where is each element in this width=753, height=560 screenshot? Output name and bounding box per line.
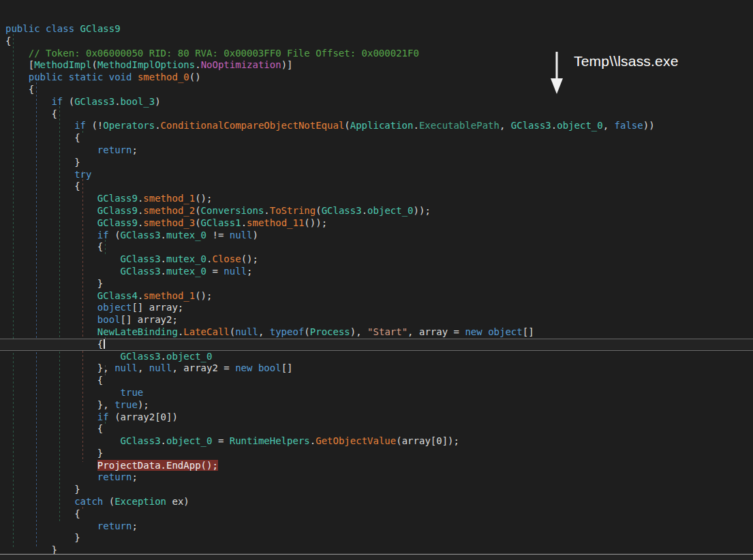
code-token[interactable] [252,362,258,373]
code-token[interactable]: null [224,266,247,277]
code-token[interactable]: . [161,351,166,362]
code-token[interactable]: = [206,266,224,277]
code-token[interactable]: NoOptimization [201,59,281,70]
code-token[interactable]: smethod_2 [143,205,195,216]
code-token[interactable]: ( [109,230,121,240]
code-token[interactable]: ExecutablePath [419,120,500,131]
code-line[interactable]: true [0,387,753,399]
code-token[interactable] [40,23,46,34]
code-token[interactable]: ; [247,266,252,277]
code-token[interactable]: . [310,435,316,446]
code-token[interactable]: Exception [114,496,166,507]
code-token[interactable]: (array[0]); [396,435,459,446]
code-line[interactable]: GClass9.smethod_2(Conversions.ToString(G… [0,205,753,217]
code-token[interactable] [103,72,108,82]
code-token[interactable]: } [5,278,103,289]
code-token[interactable]: ; [132,520,137,531]
code-token[interactable]: )); [414,205,431,216]
code-token[interactable]: } [5,484,80,495]
code-line[interactable]: { [0,375,753,387]
code-token[interactable]: new [235,362,252,373]
code-token[interactable]: smethod_1 [143,193,195,204]
code-token[interactable] [5,496,74,507]
code-token[interactable]: ( [316,205,321,216]
code-token[interactable]: ; [132,471,137,482]
code-token[interactable]: . [161,460,166,471]
code-line[interactable]: { [0,181,753,193]
code-token[interactable]: mutex_0 [166,266,206,277]
code-token[interactable]: . [241,217,247,228]
code-line[interactable]: { [0,241,753,253]
code-token[interactable]: true [114,399,138,410]
code-token[interactable]: catch [74,496,103,507]
code-token[interactable]: smethod_1 [143,290,195,301]
code-token[interactable]: static [69,72,104,82]
code-token[interactable]: return [97,471,132,482]
code-token[interactable]: GClass9 [97,205,138,216]
code-token[interactable]: MethodImplOptions [97,59,195,70]
code-token[interactable]: object [97,302,132,313]
code-token[interactable]: . [155,120,160,131]
code-line[interactable]: if (GClass3.bool_3) [0,96,753,108]
code-token[interactable]: mutex_0 [166,253,206,264]
code-token[interactable]: != [206,230,230,240]
code-token[interactable]: , [603,120,615,131]
code-token[interactable]: null [230,230,253,240]
code-line[interactable]: } [0,484,753,496]
code-line[interactable]: GClass9.smethod_3(GClass1.smethod_11()); [0,217,753,230]
code-token[interactable]: { [5,108,57,119]
code-token[interactable]: GClass3 [121,435,161,446]
code-token[interactable] [5,120,74,131]
code-line[interactable]: catch (Exception ex) [0,496,753,508]
code-token[interactable] [5,387,121,398]
code-line[interactable]: GClass3.object_0 [0,351,753,363]
code-line[interactable]: public class GClass9 [0,23,753,35]
code-token[interactable]: Conversions [201,205,264,216]
code-line[interactable]: GClass9.smethod_1(); [0,193,753,205]
code-token[interactable]: ( [195,217,200,228]
code-token[interactable]: } [5,532,80,543]
code-token[interactable]: null [149,362,172,373]
code-token[interactable]: } [5,448,103,458]
code-token[interactable]: GClass3 [121,253,161,264]
code-token[interactable]: } [5,157,80,168]
code-token[interactable]: ( [103,496,114,507]
code-token[interactable]: ProjectData [97,460,161,471]
code-token[interactable] [5,169,74,180]
code-line[interactable]: } [0,532,753,544]
code-token[interactable]: ; [132,144,137,155]
code-token[interactable]: () [189,72,201,82]
code-token[interactable]: smethod_0 [138,72,189,82]
code-token[interactable]: "Start" [367,326,408,337]
code-token[interactable] [63,72,68,82]
code-token[interactable]: object [488,326,523,337]
code-line[interactable]: return; [0,471,753,484]
code-token[interactable]: }, [5,362,114,373]
code-token[interactable]: if [51,96,63,107]
code-token[interactable]: object_0 [367,205,413,216]
code-token[interactable]: class [46,23,74,34]
code-token[interactable]: (! [86,120,103,131]
code-token[interactable]: object_0 [166,435,212,446]
code-token[interactable]: { [5,241,103,252]
code-token[interactable]: )] [281,59,293,70]
code-token[interactable]: if [74,120,86,131]
code-line[interactable]: } [0,278,753,290]
code-token[interactable]: GClass9 [97,193,138,204]
code-token[interactable]: (array2[0]) [109,411,178,422]
code-line[interactable]: }, true); [0,399,753,411]
code-token[interactable] [5,520,97,531]
code-token[interactable]: smethod_11 [247,217,304,228]
code-token[interactable]: , [500,120,511,131]
code-token[interactable]: { [5,181,80,191]
code-token[interactable]: GClass9 [97,217,138,228]
code-token[interactable]: ()); [304,217,327,228]
code-line[interactable]: if (GClass3.mutex_0 != null) [0,230,753,242]
code-token[interactable]: ( [304,326,309,337]
code-token[interactable]: ToString [270,205,316,216]
code-token[interactable]: Process [310,326,350,337]
code-token[interactable]: bool [258,362,281,373]
code-token[interactable]: . [114,96,120,107]
code-token[interactable] [5,253,121,264]
code-token[interactable] [5,144,97,155]
